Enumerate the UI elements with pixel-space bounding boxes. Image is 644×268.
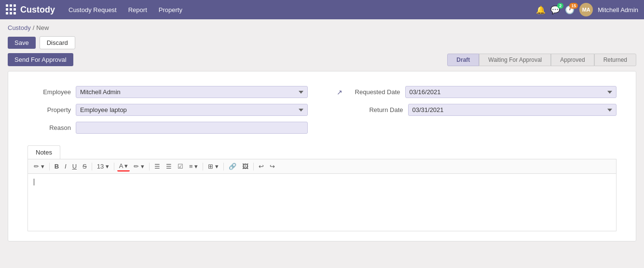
breadcrumb: Custody / New bbox=[0, 19, 644, 34]
toolbar-divider-4 bbox=[149, 163, 150, 170]
topnav-right: 🔔 💬 2 🕐 15 MA Mitchell Admin bbox=[536, 3, 638, 16]
status-steps: Draft Waiting For Approval Approved Retu… bbox=[447, 54, 636, 66]
status-step-waiting[interactable]: Waiting For Approval bbox=[479, 54, 551, 66]
toolbar-highlight-button[interactable]: ✏ ▾ bbox=[132, 162, 146, 171]
toolbar-checkbox-button[interactable]: ☑ bbox=[176, 162, 185, 171]
toolbar-redo-button[interactable]: ↪ bbox=[268, 162, 277, 171]
menu-item-property[interactable]: Property bbox=[155, 4, 186, 15]
toolbar-divider-1 bbox=[49, 163, 50, 170]
form-grid: Employee Mitchell Admin Property Employe… bbox=[27, 86, 617, 134]
property-label: Property bbox=[27, 106, 71, 113]
toolbar-bold-button[interactable]: B bbox=[53, 162, 61, 171]
form-left: Employee Mitchell Admin Property Employe… bbox=[27, 86, 308, 134]
toolbar-divider-6 bbox=[223, 163, 224, 170]
toolbar-strikethrough-button[interactable]: S bbox=[81, 162, 89, 171]
toolbar-divider-5 bbox=[203, 163, 203, 170]
status-step-draft[interactable]: Draft bbox=[447, 54, 479, 66]
toolbar-pen-button[interactable]: ✏ ▾ bbox=[32, 162, 46, 171]
menu-item-report[interactable]: Report bbox=[124, 4, 151, 15]
toolbar-divider-2 bbox=[92, 163, 92, 170]
toolbar-undo-button[interactable]: ↩ bbox=[257, 162, 266, 171]
clock-badge: 15 bbox=[569, 3, 578, 9]
action-bar: Save Discard bbox=[0, 34, 644, 53]
return-date-label: Return Date bbox=[350, 106, 403, 113]
reason-row: Reason bbox=[27, 122, 308, 134]
user-name[interactable]: Mitchell Admin bbox=[598, 6, 638, 14]
send-approval-button[interactable]: Send For Approval bbox=[8, 53, 73, 66]
external-link-icon[interactable]: ↗ bbox=[337, 88, 343, 96]
reason-label: Reason bbox=[27, 124, 71, 131]
status-bar: Send For Approval Draft Waiting For Appr… bbox=[0, 53, 644, 71]
toolbar-underline-button[interactable]: U bbox=[70, 162, 79, 171]
employee-select[interactable]: Mitchell Admin bbox=[76, 86, 308, 98]
property-row: Property Employee laptop bbox=[27, 104, 308, 116]
reason-input[interactable] bbox=[76, 122, 308, 134]
toolbar-table-button[interactable]: ⊞ ▾ bbox=[206, 162, 220, 171]
notes-editor[interactable] bbox=[27, 173, 617, 231]
breadcrumb-parent[interactable]: Custody bbox=[8, 24, 31, 31]
messages-icon[interactable]: 💬 2 bbox=[550, 5, 560, 14]
clock-icon[interactable]: 🕐 15 bbox=[565, 5, 575, 14]
toolbar-align-button[interactable]: ≡ ▾ bbox=[187, 162, 200, 171]
discard-button[interactable]: Discard bbox=[40, 36, 75, 49]
form-right: ↗ Requested Date 03/16/2021 Return Date … bbox=[337, 86, 617, 134]
status-step-approved[interactable]: Approved bbox=[551, 54, 594, 66]
save-button[interactable]: Save bbox=[8, 37, 36, 49]
requested-date-label: Requested Date bbox=[347, 88, 400, 96]
avatar[interactable]: MA bbox=[579, 3, 593, 16]
breadcrumb-current: New bbox=[36, 24, 49, 31]
menu-item-custody-request[interactable]: Custody Request bbox=[65, 4, 121, 15]
return-date-select[interactable]: 03/31/2021 bbox=[408, 104, 617, 116]
status-step-returned[interactable]: Returned bbox=[594, 54, 636, 66]
employee-label: Employee bbox=[27, 88, 71, 96]
app-name: Custody bbox=[20, 5, 55, 15]
notes-tab[interactable]: Notes bbox=[27, 145, 60, 159]
toolbar-image-button[interactable]: 🖼 bbox=[240, 162, 250, 171]
toolbar-fontsize-button[interactable]: 13 ▾ bbox=[95, 162, 111, 171]
toolbar-bullet-button[interactable]: ☰ bbox=[152, 162, 162, 171]
employee-row: Employee Mitchell Admin bbox=[27, 86, 308, 98]
toolbar-divider-3 bbox=[114, 163, 114, 170]
notifications-icon[interactable]: 🔔 bbox=[536, 5, 546, 14]
messages-badge: 2 bbox=[557, 3, 563, 9]
toolbar-divider-7 bbox=[253, 163, 254, 170]
grid-icon bbox=[6, 4, 16, 15]
requested-date-row: ↗ Requested Date 03/16/2021 bbox=[337, 86, 617, 98]
app-logo[interactable]: Custody bbox=[6, 4, 55, 15]
top-menu: Custody Request Report Property bbox=[65, 4, 526, 15]
main-content: Employee Mitchell Admin Property Employe… bbox=[0, 71, 644, 249]
form-card: Employee Mitchell Admin Property Employe… bbox=[8, 71, 636, 241]
top-navigation: Custody Custody Request Report Property … bbox=[0, 0, 644, 19]
editor-toolbar: ✏ ▾ B I U S 13 ▾ A ▾ ✏ ▾ ☰ ☰ ☑ ≡ ▾ ⊞ ▾ 🔗 bbox=[27, 159, 617, 173]
property-select[interactable]: Employee laptop bbox=[76, 104, 308, 116]
notes-section: Notes ✏ ▾ B I U S 13 ▾ A ▾ ✏ ▾ ☰ ☰ ☑ ≡ ▾… bbox=[27, 145, 617, 231]
breadcrumb-separator: / bbox=[33, 24, 35, 31]
toolbar-link-button[interactable]: 🔗 bbox=[227, 162, 238, 171]
toolbar-numbered-button[interactable]: ☰ bbox=[164, 162, 174, 171]
toolbar-fontcolor-button[interactable]: A ▾ bbox=[117, 161, 130, 171]
requested-date-select[interactable]: 03/16/2021 bbox=[405, 86, 617, 98]
cursor bbox=[34, 179, 34, 185]
toolbar-italic-button[interactable]: I bbox=[63, 162, 69, 171]
return-date-row: Return Date 03/31/2021 bbox=[337, 104, 617, 116]
